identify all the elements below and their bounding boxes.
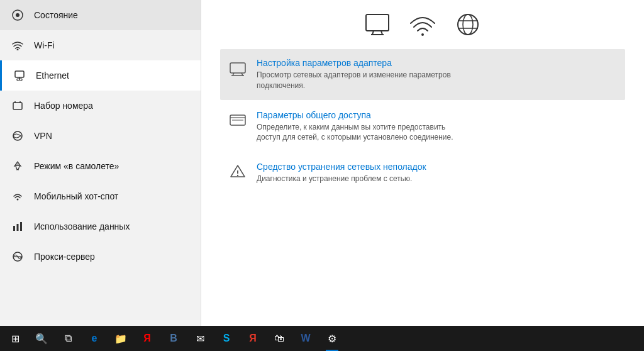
sharing-icon: [228, 110, 248, 130]
network-icons-row: [220, 13, 625, 39]
taskbar-files[interactable]: 📁: [108, 326, 133, 351]
sidebar-item-hotspot[interactable]: Мобильный хот-спот: [0, 181, 201, 211]
dialup-icon: [10, 98, 25, 113]
wifi-icon: [10, 38, 25, 53]
ethernet-icon: [12, 68, 27, 83]
taskbar-vk[interactable]: В: [161, 326, 186, 351]
sidebar-item-label-vpn: VPN: [34, 131, 52, 141]
setting-card-sharing[interactable]: Параметры общего доступаОпределите, к ка…: [220, 101, 625, 152]
sidebar-item-ethernet[interactable]: Ethernet: [0, 60, 201, 91]
taskbar: ⊞🔍⧉e📁ЯВ✉SЯ🛍W⚙: [0, 326, 644, 351]
troubleshoot-icon: [228, 162, 248, 182]
svg-rect-3: [15, 71, 24, 77]
sidebar-item-label-datausage: Использование данных: [34, 221, 130, 231]
svg-point-34: [237, 175, 238, 176]
svg-rect-26: [230, 63, 245, 73]
sidebar: СостояниеWi-FiEthernetНабор номераVPNРеж…: [0, 0, 201, 326]
sidebar-item-label-airplane: Режим «в самолете»: [34, 161, 119, 171]
taskbar-edge[interactable]: e: [82, 326, 107, 351]
airplane-icon: [10, 159, 25, 174]
card-desc-troubleshoot: Диагностика и устранение проблем с сетью…: [257, 174, 426, 184]
sidebar-item-datausage[interactable]: Использование данных: [0, 211, 201, 242]
computer-icon-item: [365, 13, 390, 38]
taskbar-word[interactable]: W: [293, 326, 318, 351]
setting-card-adapter[interactable]: Настройка параметров адаптераПросмотр се…: [220, 49, 625, 100]
svg-point-1: [16, 13, 19, 17]
datausage-icon: [10, 219, 25, 234]
signal-icon-item: [409, 13, 436, 38]
svg-point-10: [17, 199, 19, 201]
setting-cards: Настройка параметров адаптераПросмотр се…: [220, 49, 625, 193]
taskbar-search[interactable]: 🔍: [29, 326, 54, 351]
svg-point-2: [17, 49, 19, 51]
card-title-adapter: Настройка параметров адаптера: [257, 58, 470, 68]
sidebar-item-vpn[interactable]: VPN: [0, 121, 201, 151]
taskbar-yandex[interactable]: Я: [135, 326, 160, 351]
svg-rect-12: [17, 224, 19, 231]
sidebar-item-proxy[interactable]: Прокси-сервер: [0, 242, 201, 272]
sidebar-item-label-proxy: Прокси-сервер: [34, 252, 95, 262]
taskbar-store[interactable]: 🛍: [267, 326, 292, 351]
svg-point-22: [458, 14, 478, 35]
sidebar-item-label-status: Состояние: [34, 10, 78, 20]
taskbar-mail[interactable]: ✉: [187, 326, 213, 351]
svg-rect-13: [20, 222, 22, 231]
svg-point-23: [463, 14, 473, 35]
status-icon: [10, 8, 25, 23]
sidebar-item-airplane[interactable]: Режим «в самолете»: [0, 151, 201, 181]
setting-card-troubleshoot[interactable]: Средство устранения сетевых неполадокДиа…: [220, 153, 625, 193]
globe-icon-item: [455, 13, 480, 39]
sidebar-item-label-ethernet: Ethernet: [36, 70, 69, 81]
svg-rect-6: [13, 103, 22, 109]
svg-rect-32: [232, 120, 243, 121]
svg-rect-16: [366, 14, 389, 31]
card-title-sharing: Параметры общего доступа: [257, 110, 470, 120]
svg-rect-11: [13, 226, 15, 231]
taskbar-yandexbr[interactable]: Я: [240, 326, 265, 351]
taskbar-start[interactable]: ⊞: [3, 326, 28, 351]
main-panel: Настройка параметров адаптераПросмотр се…: [201, 0, 644, 326]
svg-point-21: [421, 33, 424, 36]
sidebar-item-label-hotspot: Мобильный хот-спот: [34, 191, 118, 201]
taskbar-settings[interactable]: ⚙: [319, 326, 345, 351]
sidebar-item-label-wifi: Wi-Fi: [34, 40, 55, 50]
hotspot-icon: [10, 189, 25, 204]
sidebar-item-label-dialup: Набор номера: [34, 101, 93, 111]
sidebar-item-wifi[interactable]: Wi-Fi: [0, 30, 201, 60]
taskbar-taskview[interactable]: ⧉: [55, 326, 80, 351]
sidebar-item-status[interactable]: Состояние: [0, 0, 201, 30]
proxy-icon: [10, 249, 25, 264]
card-desc-sharing: Определите, к каким данным вы хотите пре…: [257, 122, 470, 143]
vpn-icon: [10, 128, 25, 143]
adapter-icon: [228, 58, 248, 78]
card-title-troubleshoot: Средство устранения сетевых неполадок: [257, 162, 426, 172]
card-desc-adapter: Просмотр сетевых адаптеров и изменение п…: [257, 70, 470, 91]
sidebar-item-dialup[interactable]: Набор номера: [0, 91, 201, 121]
taskbar-skype[interactable]: S: [214, 326, 239, 351]
